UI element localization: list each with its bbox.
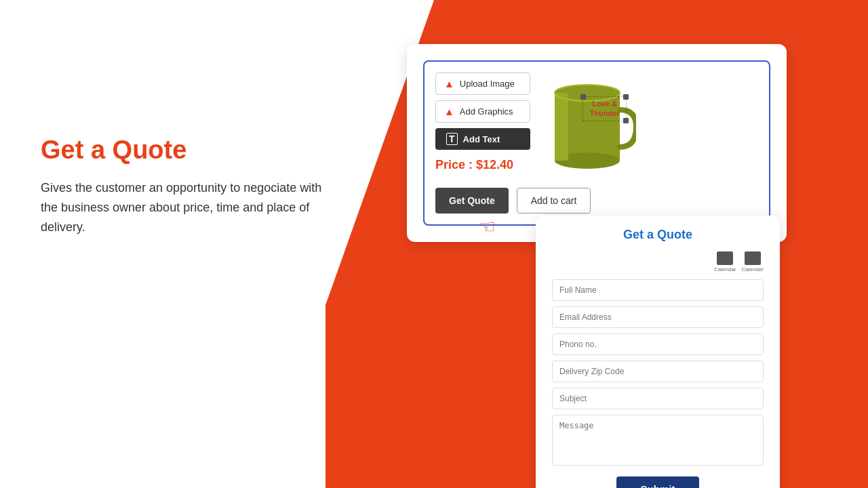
add-graphics-button[interactable]: ▲ Add Graphics bbox=[435, 100, 530, 123]
editor-inner: ▲ Upload Image ▲ Add Graphics T Add Text… bbox=[435, 73, 758, 174]
form-title: Get a Quote bbox=[552, 228, 764, 242]
main-heading: Get a Quote bbox=[41, 136, 326, 165]
upload-image-button[interactable]: ▲ Upload Image bbox=[435, 73, 530, 95]
graphics-label: Add Graphics bbox=[460, 106, 513, 117]
resize-handle-tr[interactable] bbox=[623, 94, 629, 100]
calender2-icon-box: Calender bbox=[742, 251, 764, 272]
message-field[interactable] bbox=[552, 415, 764, 466]
zip-field[interactable] bbox=[552, 361, 764, 382]
add-to-cart-button[interactable]: Add to cart bbox=[517, 188, 591, 214]
action-buttons: Get Quote Add to cart bbox=[435, 188, 758, 214]
form-icons-row: Calendar Calender bbox=[552, 251, 764, 272]
get-quote-button[interactable]: Get Quote bbox=[435, 188, 509, 214]
upload-label: Upload Image bbox=[460, 79, 515, 89]
mug-overlay-text: Love & Thunder bbox=[590, 100, 620, 117]
text-label: Add Text bbox=[463, 134, 500, 144]
mug-preview: Love & Thunder bbox=[541, 73, 636, 174]
svg-rect-3 bbox=[555, 93, 568, 161]
upload-icon: ▲ bbox=[444, 78, 454, 89]
quote-form-section: Get a Quote Calendar Calender Submit bbox=[536, 216, 780, 488]
submit-button[interactable]: Submit bbox=[616, 476, 700, 488]
calender2-icon bbox=[745, 251, 761, 265]
main-card: ▲ Upload Image ▲ Add Graphics T Add Text… bbox=[407, 44, 787, 242]
add-text-button[interactable]: T Add Text bbox=[435, 128, 530, 150]
calendar-icon bbox=[717, 251, 733, 265]
text-icon: T bbox=[446, 133, 458, 145]
email-field[interactable] bbox=[552, 306, 764, 328]
graphics-icon: ▲ bbox=[444, 106, 454, 117]
price-display: Price : $12.40 bbox=[435, 158, 530, 172]
product-editor: ▲ Upload Image ▲ Add Graphics T Add Text… bbox=[423, 60, 770, 226]
main-description: Gives the customer an opportunity to neg… bbox=[41, 178, 326, 237]
price-label: Price : bbox=[435, 158, 476, 171]
resize-handle-tl[interactable] bbox=[580, 94, 586, 100]
cursor-icon: ☞ bbox=[479, 216, 496, 238]
editor-buttons: ▲ Upload Image ▲ Add Graphics T Add Text… bbox=[435, 73, 530, 172]
full-name-field[interactable] bbox=[552, 279, 764, 301]
phone-field[interactable] bbox=[552, 333, 764, 355]
resize-handle-br[interactable] bbox=[623, 118, 629, 123]
left-content-section: Get a Quote Gives the customer an opport… bbox=[41, 136, 326, 237]
price-value: $12.40 bbox=[476, 158, 513, 171]
calendar-label: Calendar bbox=[714, 266, 736, 272]
subject-field[interactable] bbox=[552, 388, 764, 409]
calender2-label: Calender bbox=[742, 266, 764, 272]
mug-text: Love & Thunder bbox=[583, 96, 627, 121]
calendar-icon-box: Calendar bbox=[714, 251, 736, 272]
mug-svg bbox=[541, 73, 636, 174]
